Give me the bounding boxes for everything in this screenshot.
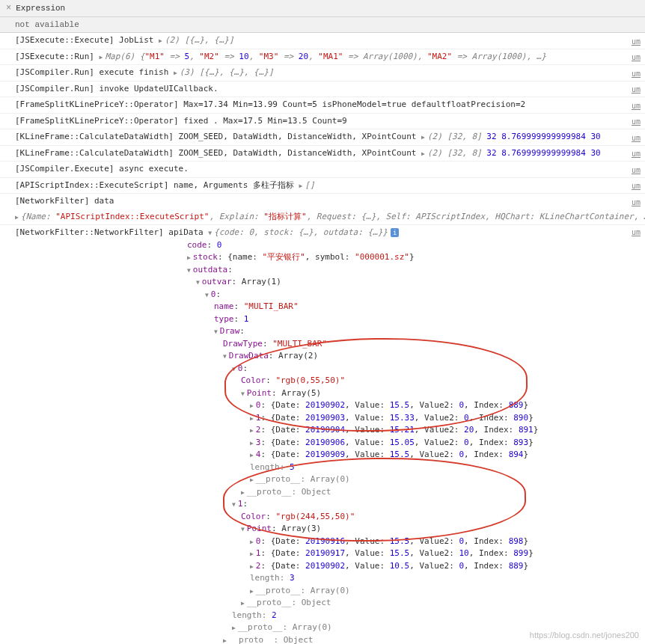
console-output: [JSExecute::Execute] JobList (2) [{…}, {…: [0, 33, 645, 644]
log-line: [APIScriptIndex::ExecuteScript] name, Ar…: [0, 178, 645, 194]
source-link[interactable]: um: [632, 52, 641, 63]
log-line: [NetworkFilter] dataum: [0, 194, 645, 209]
log-line: [JSCompiler.Execute] async execute.um: [0, 162, 645, 178]
log-line: [KLineFrame::CalculateDataWidth] ZOOM_SE…: [0, 129, 645, 146]
info-badge-icon[interactable]: i: [391, 228, 399, 237]
close-icon[interactable]: ×: [6, 3, 11, 13]
source-link[interactable]: um: [632, 36, 641, 47]
log-line: [JSCompiler.Run] execute finish (3) [{…}…: [0, 65, 645, 82]
log-line: [KLineFrame::CalculateDataWidth] ZOOM_SE…: [0, 146, 645, 162]
log-line: [JSExecute::Run] Map(6) {"M1" => 5, "M2"…: [0, 49, 645, 66]
log-line: [JSCompiler.Run] invoke UpdateUICallback…: [0, 82, 645, 98]
expression-value: not available: [0, 17, 645, 33]
log-line-expanded: [NetworkFilter::NetworkFilter] apiData {…: [0, 225, 645, 644]
log-line: [JSExecute::Execute] JobList (2) [{…}, {…: [0, 33, 645, 49]
source-link[interactable]: um: [632, 68, 641, 79]
expression-panel-header: × Expression: [0, 0, 645, 17]
log-object[interactable]: {Name: "APIScriptIndex::ExecuteScript", …: [0, 209, 645, 226]
log-line: [FrameSplitKLinePriceY::Operator] fixed …: [0, 114, 645, 130]
watermark: https://blog.csdn.net/jones200: [530, 631, 639, 640]
panel-title: Expression: [16, 4, 65, 13]
object-tree[interactable]: code: 0 stock: {name: "平安银行", symbol: "0…: [15, 239, 642, 645]
log-line: [FrameSplitKLinePriceY::Operator] Max=17…: [0, 97, 645, 114]
